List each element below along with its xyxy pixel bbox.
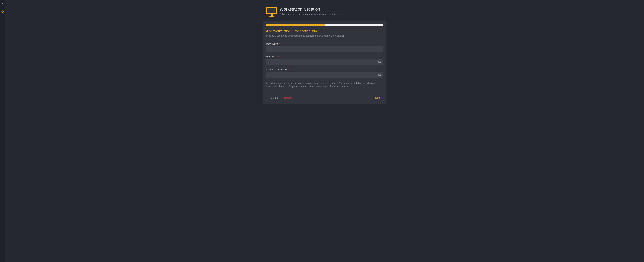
svg-point-8 bbox=[379, 75, 380, 76]
connection-form: Username * Password * bbox=[266, 42, 383, 88]
toggle-confirm-password-visibility-icon[interactable] bbox=[377, 73, 382, 77]
username-label-text: Username bbox=[266, 42, 278, 45]
confirm-password-label: Confirm Password * bbox=[266, 68, 383, 71]
svg-rect-4 bbox=[267, 8, 276, 14]
page-subtitle: Follow each step below to create a works… bbox=[280, 13, 344, 16]
svg-point-7 bbox=[379, 62, 380, 63]
password-input[interactable] bbox=[266, 59, 383, 65]
next-button[interactable]: Next bbox=[373, 95, 383, 101]
wizard-card: Add Workstation | Connection Info Provid… bbox=[264, 21, 386, 104]
step-title: Add Workstation | Connection Info bbox=[266, 29, 383, 33]
previous-button[interactable]: Previous bbox=[266, 95, 281, 101]
required-marker: * bbox=[279, 42, 280, 45]
password-label-text: Password bbox=[266, 55, 277, 58]
password-field-group: Password * bbox=[266, 55, 383, 65]
page-header: Workstation Creation Follow each step be… bbox=[264, 0, 386, 17]
required-marker: * bbox=[278, 55, 279, 58]
progress-bar bbox=[266, 24, 383, 26]
step-subtitle: Provide a username and password to conne… bbox=[266, 34, 383, 37]
username-field-group: Username * bbox=[266, 42, 383, 52]
progress-fill bbox=[266, 24, 324, 26]
workstation-icon bbox=[266, 7, 277, 17]
cancel-button[interactable]: Cancel bbox=[282, 95, 294, 101]
sidebar bbox=[0, 0, 5, 262]
confirm-password-input[interactable] bbox=[266, 72, 383, 78]
svg-rect-5 bbox=[271, 15, 272, 16]
wizard-actions: Previous Cancel Next bbox=[266, 95, 383, 101]
password-helper-text: Keep things secure by providing a strong… bbox=[266, 82, 383, 88]
username-label: Username * bbox=[266, 42, 383, 45]
sidebar-add-icon[interactable] bbox=[0, 10, 5, 14]
svg-rect-6 bbox=[269, 16, 274, 17]
username-input[interactable] bbox=[266, 46, 383, 52]
confirm-password-label-text: Confirm Password bbox=[266, 68, 287, 71]
sidebar-divider bbox=[1, 18, 4, 18]
page-title: Workstation Creation bbox=[280, 7, 344, 12]
required-marker: * bbox=[288, 68, 289, 71]
main-content: Workstation Creation Follow each step be… bbox=[5, 0, 644, 262]
password-label: Password * bbox=[266, 55, 383, 58]
svg-rect-2 bbox=[2, 12, 3, 12]
confirm-password-field-group: Confirm Password * bbox=[266, 68, 383, 78]
toggle-password-visibility-icon[interactable] bbox=[377, 60, 382, 64]
sidebar-expand-icon[interactable] bbox=[0, 2, 5, 6]
